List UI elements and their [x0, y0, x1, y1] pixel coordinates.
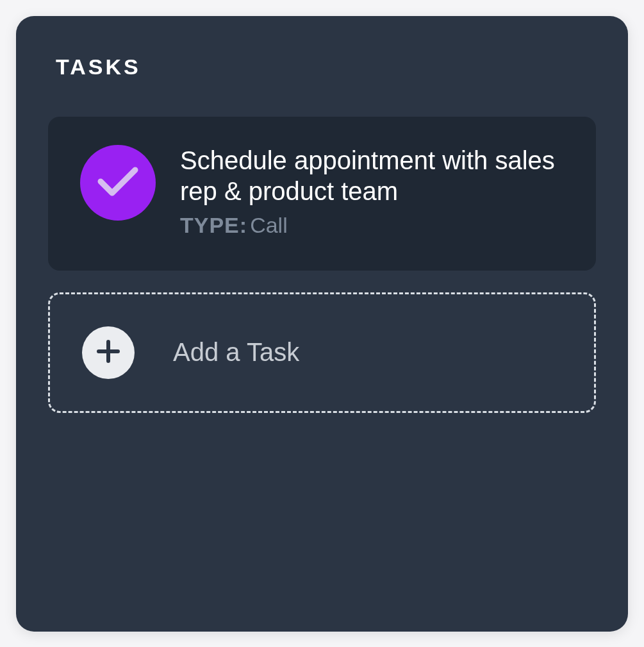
- plus-icon: [95, 339, 121, 367]
- task-type-label: TYPE:: [180, 213, 247, 237]
- task-type: TYPE:Call: [180, 212, 564, 239]
- task-complete-toggle[interactable]: [80, 145, 156, 221]
- task-type-value: Call: [250, 213, 288, 237]
- add-task-button[interactable]: Add a Task: [48, 292, 596, 413]
- tasks-panel: TASKS Schedule appointment with sales re…: [16, 16, 628, 632]
- task-title: Schedule appointment with sales rep & pr…: [180, 145, 564, 208]
- task-content: Schedule appointment with sales rep & pr…: [180, 144, 564, 239]
- plus-badge: [82, 326, 135, 379]
- add-task-label: Add a Task: [173, 338, 299, 367]
- checkmark-icon: [97, 165, 139, 201]
- panel-title: TASKS: [56, 55, 596, 80]
- task-row[interactable]: Schedule appointment with sales rep & pr…: [48, 117, 596, 271]
